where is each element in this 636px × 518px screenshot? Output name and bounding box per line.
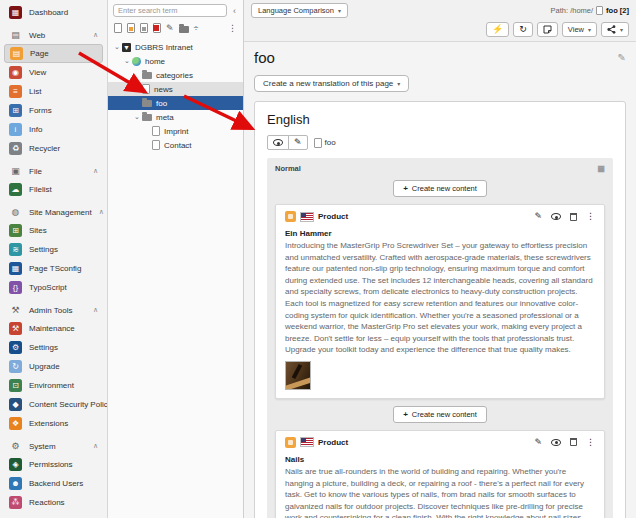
page-tree: ⌄ ▼ DGBRS Intranet ⌄ home categories › n… [108,40,243,152]
function-menu-select[interactable]: Language Comparison ▾ [251,3,348,18]
hide-content-icon[interactable] [551,213,561,220]
section-file[interactable]: ▣ File ∧ [4,162,103,180]
module-list[interactable]: ≡ List [4,82,103,101]
share-button[interactable]: ▾ [601,22,629,37]
edit-page-title-icon[interactable]: ✎ [618,52,626,63]
new-recycler-page-icon[interactable] [153,23,161,33]
module-page[interactable]: ▤ Page [4,44,103,63]
tree-node-news[interactable]: › news [108,82,243,96]
chevron-right-icon[interactable]: › [133,86,141,93]
tree-node-categories[interactable]: categories [108,68,243,82]
new-page-icon[interactable] [114,23,122,33]
module-forms[interactable]: ⊞ Forms [4,101,103,120]
tree-node-imprint[interactable]: Imprint [108,124,243,138]
tree-node-meta[interactable]: ⌄ meta [108,110,243,124]
edit-language-button[interactable]: ✎ [288,135,308,150]
module-filelist[interactable]: ☁ Filelist [4,180,103,199]
new-spacer-icon[interactable]: ÷ [194,23,199,33]
new-mountpoint-page-icon[interactable] [140,23,148,33]
tree-node-root[interactable]: ⌄ ▼ DGBRS Intranet [108,40,243,54]
refresh-icon: ↻ [519,25,527,34]
reload-button[interactable]: ↻ [513,22,533,37]
module-permissions[interactable]: ◈ Permissions [4,455,103,474]
section-admin-tools[interactable]: ⚒ Admin Tools ∧ [4,301,103,319]
module-settings-admin[interactable]: ⚙ Settings [4,338,103,357]
eye-icon [273,139,283,146]
column-grid-icon[interactable]: ▦ [597,164,605,173]
create-content-button-top[interactable]: + Create new content [393,180,487,197]
typo3-backend: ▦ Dashboard ▤ Web ∧ ▤ Page ◉ View ≡ List… [0,0,636,518]
toggle-visibility-button[interactable] [267,135,289,150]
section-system[interactable]: ⚙ System ∧ [4,437,103,455]
us-flag-icon [301,213,313,221]
content-column-normal: Normal ▦ + Create new content Product [267,158,613,518]
module-csp[interactable]: ◆ Content Security Policy [4,395,103,414]
module-environment[interactable]: ⊡ Environment [4,376,103,395]
tree-node-foo[interactable]: foo [108,96,243,110]
note-icon [543,25,552,34]
module-page-tsconfig[interactable]: ▦ Page TSconfig [4,259,103,278]
new-folder-icon[interactable] [179,26,189,33]
tree-node-home[interactable]: ⌄ home [108,54,243,68]
page-icon [314,138,322,148]
content-area: Language Comparison ▾ Path: /home/ foo [… [244,0,636,518]
typo3-site-icon: ▼ [122,43,131,52]
chevron-down-icon[interactable]: ⌄ [123,57,131,65]
module-maintenance[interactable]: ⚒ Maintenance [4,319,103,338]
module-view[interactable]: ◉ View [4,63,103,82]
more-options-icon[interactable]: ⋮ [586,212,595,221]
module-reactions[interactable]: ⁂ Reactions [4,493,103,512]
collapse-tree-icon[interactable]: ‹ [231,6,238,16]
page-icon [152,140,160,150]
environment-module-icon: ⊡ [9,379,22,392]
create-content-button-middle[interactable]: + Create new content [393,406,487,423]
maintenance-module-icon: ⚒ [9,322,22,335]
new-shortcut-page-icon[interactable] [127,23,135,33]
tree-more-menu-icon[interactable]: ⋮ [228,23,237,33]
breadcrumb: Path: /home/ foo [2] [551,6,629,15]
section-web[interactable]: ▤ Web ∧ [4,26,103,44]
view-webpage-button[interactable]: View ▾ [562,22,597,37]
system-section-icon: ⚙ [9,441,22,451]
chevron-down-icon[interactable]: ⌄ [133,113,141,121]
gear-icon: ⚙ [9,341,22,354]
delete-content-icon[interactable] [570,438,577,446]
section-site-management[interactable]: ◍ Site Management ∧ [4,203,103,221]
filelist-module-icon: ☁ [9,183,22,196]
page-module-icon: ▤ [10,47,23,60]
typoscript-module-icon: {} [9,281,22,294]
hide-content-icon[interactable] [551,439,561,446]
module-info[interactable]: i Info [4,120,103,139]
sites-module-icon: ⊞ [9,224,22,237]
chevron-down-icon[interactable]: ⌄ [113,43,121,51]
plus-icon: + [403,410,408,419]
tree-node-contact[interactable]: Contact [108,138,243,152]
content-element-bodytext: Nails are true all-rounders in the world… [276,465,604,518]
clear-cache-button[interactable]: ⚡ [486,22,509,37]
module-recycler[interactable]: ♻ Recycler [4,139,103,158]
module-sites[interactable]: ⊞ Sites [4,221,103,240]
content-element-header: Nails [276,452,604,465]
new-link-page-icon[interactable]: ✎ [166,23,174,33]
content-element-header: Ein Hammer [276,226,604,239]
tree-search-input[interactable] [113,4,227,17]
module-upgrade[interactable]: ↻ Upgrade [4,357,103,376]
page-icon [152,126,160,136]
delete-content-icon[interactable] [570,213,577,221]
page-tree-panel: ‹ ✎ ÷ ⋮ ⌄ ▼ DGBRS Intranet ⌄ home [108,0,244,518]
edit-content-icon[interactable]: ✎ [534,212,542,221]
page-note-button[interactable] [537,22,558,37]
module-dashboard[interactable]: ▦ Dashboard [4,3,103,22]
module-typoscript[interactable]: {} TypoScript [4,278,103,297]
module-extensions[interactable]: ❖ Extensions [4,414,103,433]
chevron-down-icon: ▾ [397,80,400,87]
content-element-type-icon [285,437,296,448]
module-settings-site[interactable]: ≋ Settings [4,240,103,259]
create-translation-select[interactable]: Create a new translation of this page ▾ [254,75,409,92]
edit-content-icon[interactable]: ✎ [534,438,542,447]
folder-icon [142,114,152,121]
more-options-icon[interactable]: ⋮ [586,438,595,447]
module-backend-users[interactable]: ☻ Backend Users [4,474,103,493]
chevron-down-icon: ▾ [338,7,341,14]
us-flag-icon [301,438,313,446]
